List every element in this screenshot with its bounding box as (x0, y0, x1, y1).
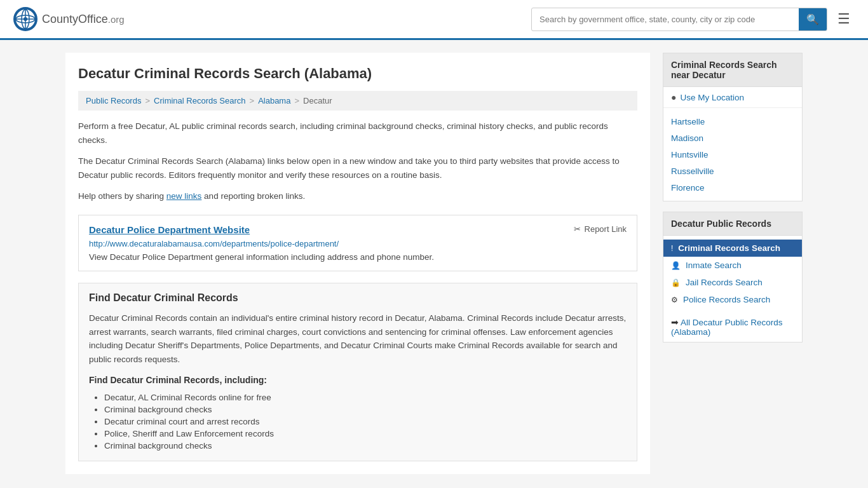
sidebar-nearby-section: Criminal Records Search near Decatur ● U… (663, 53, 803, 201)
search-bar-container: 🔍 (531, 8, 827, 31)
use-location-link[interactable]: Use My Location (680, 93, 744, 102)
search-input[interactable] (532, 10, 799, 29)
jail-icon: 🔒 (671, 278, 681, 287)
intro3-before-text: Help others by sharing (78, 191, 166, 201)
search-area: 🔍 ☰ (531, 8, 855, 31)
public-records-item-inmate[interactable]: 👤 Inmate Search (663, 257, 802, 274)
public-records-item-police[interactable]: ⚙ Police Records Search (663, 291, 802, 308)
location-pin-icon: ● (671, 92, 676, 102)
criminal-icon: ! (671, 244, 673, 253)
nearby-link-russellville[interactable]: Russellville (671, 166, 714, 176)
breadcrumb-sep-1: > (145, 96, 150, 105)
nearby-link-hartselle[interactable]: Hartselle (671, 117, 705, 126)
inmate-search-link[interactable]: Inmate Search (686, 261, 742, 270)
public-records-item-jail[interactable]: 🔒 Jail Records Search (663, 274, 802, 291)
list-item: Criminal background checks (104, 440, 627, 452)
use-location-item[interactable]: ● Use My Location (663, 87, 802, 108)
nearby-links-list: Hartselle Madison Huntsville Russellvill… (663, 108, 802, 201)
hamburger-menu-button[interactable]: ☰ (832, 8, 855, 30)
list-item: Decatur criminal court and arrest record… (104, 416, 627, 428)
intro-paragraph-1: Perform a free Decatur, AL public crimin… (78, 119, 637, 147)
breadcrumb-alabama[interactable]: Alabama (258, 96, 290, 105)
all-records-item: ➡ All Decatur Public Records (Alabama) (663, 312, 802, 342)
list-item: Madison (663, 130, 802, 146)
page-title: Decatur Criminal Records Search (Alabama… (78, 65, 637, 82)
list-item: Russellville (663, 163, 802, 179)
header: CountyOffice.org 🔍 ☰ (0, 0, 868, 40)
jail-records-link[interactable]: Jail Records Search (686, 278, 763, 287)
intro-paragraph-3: Help others by sharing new links and rep… (78, 189, 637, 203)
report-label: Report Link (585, 224, 627, 234)
list-item: Decatur, AL Criminal Records online for … (104, 391, 627, 403)
find-description: Decatur Criminal Records contain an indi… (89, 311, 627, 366)
breadcrumb-criminal-records[interactable]: Criminal Records Search (154, 96, 246, 105)
all-records-link[interactable]: All Decatur Public Records (Alabama) (671, 318, 783, 337)
logo-icon (13, 6, 38, 32)
nearby-link-huntsville[interactable]: Huntsville (671, 150, 709, 159)
sidebar-public-records-header: Decatur Public Records (663, 212, 802, 236)
link-url[interactable]: http://www.decaturalabamausa.com/departm… (89, 239, 627, 248)
breadcrumb-decatur: Decatur (303, 96, 332, 105)
search-button[interactable]: 🔍 (799, 8, 827, 30)
police-icon: ⚙ (671, 295, 678, 304)
find-title: Find Decatur Criminal Records (89, 292, 627, 304)
logo-name: CountyOffice.org (42, 13, 125, 26)
inmate-icon: 👤 (671, 261, 681, 270)
link-card-header: Decatur Police Department Website ✂ Repo… (89, 224, 627, 235)
arrow-icon: ➡ (671, 318, 681, 327)
find-list: Decatur, AL Criminal Records online for … (89, 391, 627, 452)
breadcrumb: Public Records > Criminal Records Search… (78, 91, 637, 111)
nearby-link-madison[interactable]: Madison (671, 133, 703, 143)
criminal-records-link[interactable]: Criminal Records Search (678, 243, 780, 253)
link-card-title[interactable]: Decatur Police Department Website (89, 224, 250, 235)
police-records-link[interactable]: Police Records Search (683, 295, 770, 304)
sidebar-public-records-section: Decatur Public Records ! Criminal Record… (663, 212, 803, 342)
link-description: View Decatur Police Department general i… (89, 252, 627, 262)
sidebar-nearby-header: Criminal Records Search near Decatur (663, 53, 802, 87)
sidebar: Criminal Records Search near Decatur ● U… (663, 53, 803, 474)
list-item: Huntsville (663, 146, 802, 163)
list-item: Police, Sheriff and Law Enforcement reco… (104, 428, 627, 440)
breadcrumb-public-records[interactable]: Public Records (86, 96, 141, 105)
logo-area: CountyOffice.org (13, 6, 125, 32)
list-item: Criminal background checks (104, 403, 627, 416)
new-links-link[interactable]: new links (166, 191, 202, 201)
intro3-after-text: and reporting broken links. (201, 191, 305, 201)
intro-paragraph-2: The Decatur Criminal Records Search (Ala… (78, 154, 637, 182)
public-records-item-criminal[interactable]: ! Criminal Records Search (663, 240, 802, 257)
report-link-button[interactable]: ✂ Report Link (574, 224, 627, 234)
nearby-link-florence[interactable]: Florence (671, 183, 705, 193)
breadcrumb-sep-2: > (250, 96, 255, 105)
breadcrumb-sep-3: > (294, 96, 299, 105)
main-container: Decatur Criminal Records Search (Alabama… (53, 40, 815, 487)
list-item: Hartselle (663, 113, 802, 130)
find-subtitle: Find Decatur Criminal Records, including… (89, 375, 627, 385)
report-icon: ✂ (574, 224, 581, 234)
find-section: Find Decatur Criminal Records Decatur Cr… (78, 283, 637, 461)
main-content: Decatur Criminal Records Search (Alabama… (65, 53, 650, 474)
public-records-list: ! Criminal Records Search 👤 Inmate Searc… (663, 236, 802, 312)
link-card: Decatur Police Department Website ✂ Repo… (78, 215, 637, 271)
list-item: Florence (663, 179, 802, 196)
